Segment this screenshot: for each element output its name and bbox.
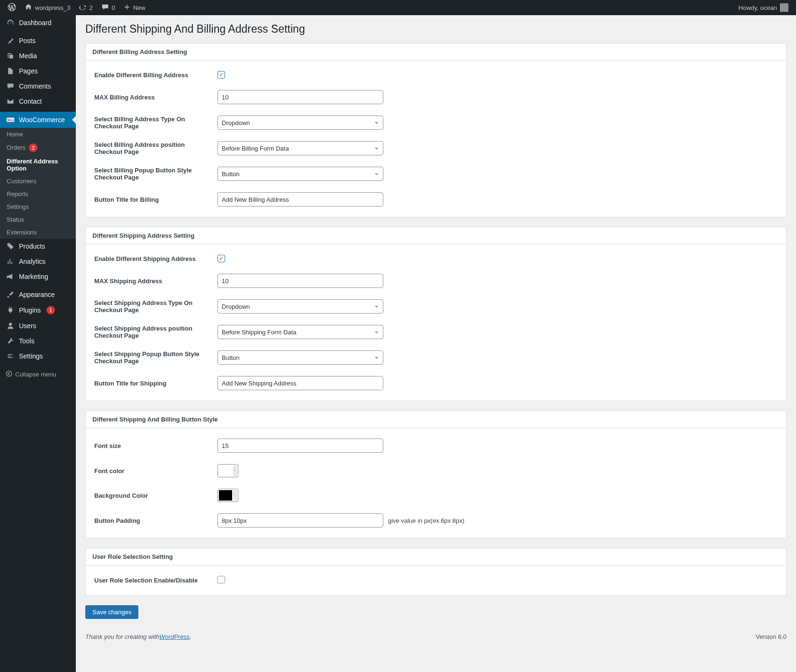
panel-shipping-header: Different Shipping Address Setting xyxy=(86,227,786,244)
menu-comments[interactable]: Comments xyxy=(0,79,76,94)
menu-pages[interactable]: Pages xyxy=(0,63,76,79)
menu-tools[interactable]: Tools xyxy=(0,333,76,349)
submenu-home[interactable]: Home xyxy=(0,128,76,141)
max-shipping-input[interactable] xyxy=(217,274,383,288)
page-icon xyxy=(6,67,15,75)
panel-shipping-body: Enable Different Shipping Address MAX Sh… xyxy=(86,244,786,401)
comments-icon xyxy=(6,82,15,90)
menu-label: Tools xyxy=(19,337,35,345)
menu-label: Media xyxy=(19,52,37,60)
submenu-settings[interactable]: Settings xyxy=(0,200,76,213)
billing-button-title-input[interactable] xyxy=(217,192,383,206)
panel-userrole-header: User Role Selection Setting xyxy=(86,548,786,565)
menu-label: Comments xyxy=(19,82,51,90)
shipping-position-select[interactable]: Before Shipping Form Data xyxy=(217,325,383,339)
max-billing-input[interactable] xyxy=(217,90,383,104)
submenu-status[interactable]: Status xyxy=(0,213,76,226)
menu-label: Settings xyxy=(19,352,43,360)
shipping-popup-label: Select Shipping Popup Button Style Check… xyxy=(94,350,217,365)
menu-posts[interactable]: Posts xyxy=(0,33,76,48)
mail-icon xyxy=(6,98,15,105)
menu-woocommerce[interactable]: Woo WooCommerce xyxy=(0,112,76,128)
collapse-label: Collapse menu xyxy=(15,371,56,378)
menu-label: Marketing xyxy=(19,273,48,280)
menu-dashboard[interactable]: Dashboard xyxy=(0,15,76,30)
new-label: New xyxy=(133,4,145,11)
menu-users[interactable]: Users xyxy=(0,318,76,333)
comments-link[interactable]: 0 xyxy=(98,0,119,15)
content-area: Different Shipping And Billing Address S… xyxy=(76,15,796,672)
footer-link[interactable]: WordPress xyxy=(159,633,190,640)
billing-position-select[interactable]: Before Billing Form Data xyxy=(217,141,383,155)
color-handle-icon xyxy=(233,466,237,476)
menu-label: Appearance xyxy=(19,291,55,298)
submenu-label: Orders xyxy=(7,144,26,151)
user-icon xyxy=(6,322,15,330)
wp-logo[interactable] xyxy=(4,0,20,15)
new-link[interactable]: New xyxy=(120,0,149,15)
padding-input[interactable] xyxy=(217,513,383,528)
menu-label: Products xyxy=(19,242,45,250)
collapse-menu[interactable]: Collapse menu xyxy=(0,367,76,382)
font-color-picker[interactable] xyxy=(217,464,238,477)
menu-appearance[interactable]: Appearance xyxy=(0,287,76,302)
wrench-icon xyxy=(6,337,15,345)
save-button[interactable]: Save changes xyxy=(85,605,138,619)
woocommerce-submenu: Home Orders 2 Different Address Option C… xyxy=(0,128,76,239)
dashboard-icon xyxy=(6,19,15,27)
userrole-enable-label: User Role Selection Enable/Disable xyxy=(94,577,217,584)
submenu-extensions[interactable]: Extensions xyxy=(0,226,76,239)
plugins-badge: 1 xyxy=(46,306,55,314)
bg-color-label: Background Color xyxy=(94,492,217,499)
submenu-orders[interactable]: Orders 2 xyxy=(0,141,76,155)
menu-plugins[interactable]: Plugins 1 xyxy=(0,302,76,318)
menu-label: Contact xyxy=(19,98,42,105)
site-home[interactable]: wordpress_3 xyxy=(21,0,74,15)
updates-count: 2 xyxy=(89,4,92,11)
menu-media[interactable]: Media xyxy=(0,48,76,63)
enable-billing-label: Enable Different Billing Address xyxy=(94,72,217,79)
wordpress-icon xyxy=(8,3,16,13)
update-icon xyxy=(79,3,86,12)
color-handle-icon xyxy=(233,490,237,501)
menu-products[interactable]: Products xyxy=(0,239,76,254)
userrole-enable-checkbox[interactable] xyxy=(217,576,225,583)
avatar xyxy=(780,3,788,12)
enable-billing-checkbox[interactable] xyxy=(217,71,225,79)
svg-point-2 xyxy=(6,371,11,376)
font-size-label: Font size xyxy=(94,442,217,449)
bg-color-picker[interactable] xyxy=(217,489,238,502)
billing-type-select[interactable]: Dropdown xyxy=(217,116,383,130)
font-color-swatch xyxy=(219,466,232,476)
panel-billing-body: Enable Different Billing Address MAX Bil… xyxy=(86,61,786,217)
submenu-customers[interactable]: Customers xyxy=(0,175,76,188)
greeting-text: Howdy, ocean xyxy=(739,4,777,11)
shipping-button-title-label: Button Title for Shipping xyxy=(94,380,217,387)
footer-period: . xyxy=(190,633,191,640)
billing-popup-select[interactable]: Button xyxy=(217,167,383,181)
shipping-type-select[interactable]: Dropdown xyxy=(217,299,383,314)
font-size-input[interactable] xyxy=(217,439,383,453)
max-billing-label: MAX Billing Address xyxy=(94,94,217,101)
menu-contact[interactable]: Contact xyxy=(0,94,76,109)
submenu-reports[interactable]: Reports xyxy=(0,188,76,200)
panel-userrole: User Role Selection Setting User Role Se… xyxy=(85,548,787,596)
media-icon xyxy=(6,52,15,60)
max-shipping-label: MAX Shipping Address xyxy=(94,278,217,285)
menu-label: Users xyxy=(19,322,36,330)
pin-icon xyxy=(6,37,15,45)
menu-label: WooCommerce xyxy=(19,116,65,124)
updates-link[interactable]: 2 xyxy=(75,0,96,15)
shipping-button-title-input[interactable] xyxy=(217,376,383,390)
submenu-diff-addr[interactable]: Different Address Option xyxy=(0,155,76,175)
greeting[interactable]: Howdy, ocean xyxy=(735,3,790,12)
font-color-label: Font color xyxy=(94,467,217,475)
collapse-icon xyxy=(6,370,12,378)
site-name: wordpress_3 xyxy=(35,4,70,11)
enable-shipping-checkbox[interactable] xyxy=(217,255,225,262)
menu-marketing[interactable]: Marketing xyxy=(0,269,76,284)
shipping-popup-select[interactable]: Button xyxy=(217,350,383,365)
menu-settings[interactable]: Settings xyxy=(0,349,76,364)
footer-version: Version 6.0 xyxy=(756,633,787,640)
menu-analytics[interactable]: Analytics xyxy=(0,254,76,269)
